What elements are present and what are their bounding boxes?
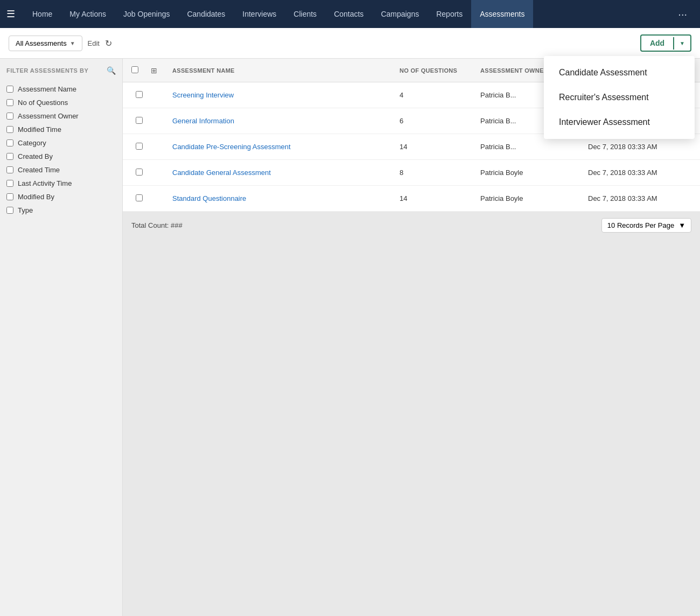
add-chevron-icon[interactable]: ▼	[673, 37, 690, 50]
filter-checkbox-f3[interactable]	[6, 113, 13, 120]
filter-label-f10: Type	[18, 206, 33, 214]
filter-item-f10[interactable]: Type	[6, 204, 116, 217]
row-checkbox-4[interactable]	[131, 194, 151, 203]
filter-checkbox-f5[interactable]	[6, 139, 13, 146]
row-owner-3: Patricia Boyle	[476, 169, 584, 177]
row-checkbox-2[interactable]	[131, 143, 151, 151]
more-icon[interactable]: ···	[671, 8, 694, 20]
row-assessment-name-3[interactable]: Candidate General Assessment	[168, 169, 395, 177]
row-questions-4: 14	[395, 194, 476, 202]
row-assessment-name-0[interactable]: Screening Interview	[168, 91, 395, 99]
filter-item-f1[interactable]: Assessment Name	[6, 82, 116, 96]
filter-label-f2: No of Questions	[18, 99, 68, 107]
assessment-link-3[interactable]: Candidate General Assessment	[172, 169, 271, 177]
nav-item-campaigns[interactable]: Campaigns	[372, 0, 428, 28]
refresh-button[interactable]: ↻	[105, 38, 112, 48]
dropdown-item-2[interactable]: Interviewer Assessment	[544, 110, 695, 135]
view-chevron-icon: ▼	[70, 40, 75, 46]
content-area: ⊞ ASSESSMENT NAME NO OF QUESTIONS ASSESS…	[123, 59, 700, 616]
row-questions-3: 8	[395, 169, 476, 177]
assessment-link-2[interactable]: Candidate Pre-Screening Assessment	[172, 143, 291, 151]
filter-item-f2[interactable]: No of Questions	[6, 96, 116, 109]
toolbar: All Assessments ▼ Edit ↻ Add ▼	[0, 28, 700, 59]
main-layout: FILTER ASSESSMENTS BY 🔍 Assessment NameN…	[0, 59, 700, 616]
filter-search-icon[interactable]: 🔍	[107, 66, 116, 75]
nav-item-job-openings[interactable]: Job Openings	[115, 0, 178, 28]
view-select-button[interactable]: All Assessments ▼	[9, 36, 82, 51]
filter-label-f1: Assessment Name	[18, 85, 76, 93]
row-select-3[interactable]	[136, 169, 143, 176]
table-footer: Total Count: ### 10 Records Per Page ▼	[123, 212, 700, 239]
dropdown-items: Candidate AssessmentRecruiter's Assessme…	[544, 60, 695, 135]
row-checkbox-3[interactable]	[131, 169, 151, 177]
assessment-link-0[interactable]: Screening Interview	[172, 91, 234, 99]
filter-label-f8: Last Activity Time	[18, 179, 72, 187]
filter-label-f6: Created By	[18, 152, 53, 160]
menu-icon[interactable]: ☰	[6, 8, 15, 20]
row-select-2[interactable]	[136, 143, 143, 150]
filter-checkbox-f8[interactable]	[6, 180, 13, 187]
filter-checkbox-f6[interactable]	[6, 153, 13, 160]
row-select-0[interactable]	[136, 91, 143, 98]
add-button[interactable]: Add ▼	[640, 34, 691, 52]
nav-item-assessments[interactable]: Assessments	[471, 0, 533, 28]
dropdown-item-0[interactable]: Candidate Assessment	[544, 60, 695, 85]
filter-item-f4[interactable]: Modified Time	[6, 123, 116, 136]
total-count: Total Count: ###	[131, 221, 183, 229]
th-assessment-name: ASSESSMENT NAME	[168, 67, 395, 74]
row-questions-0: 4	[395, 91, 476, 99]
row-owner-4: Patricia Boyle	[476, 194, 584, 202]
row-time-3: Dec 7, 2018 03:33 AM	[584, 169, 691, 177]
filter-checkbox-f9[interactable]	[6, 193, 13, 200]
row-questions-1: 6	[395, 117, 476, 125]
edit-button[interactable]: Edit	[88, 39, 100, 47]
nav-item-candidates[interactable]: Candidates	[178, 0, 234, 28]
nav-item-interviews[interactable]: Interviews	[234, 0, 285, 28]
table-row: Candidate General Assessment 8 Patricia …	[123, 160, 700, 186]
records-per-page-selector[interactable]: 10 Records Per Page ▼	[601, 218, 691, 233]
row-checkbox-0[interactable]	[131, 91, 151, 100]
table-row: Standard Questionnaire 14 Patricia Boyle…	[123, 186, 700, 212]
filter-item-f8[interactable]: Last Activity Time	[6, 177, 116, 190]
view-label: All Assessments	[16, 39, 67, 47]
row-time-2: Dec 7, 2018 03:33 AM	[584, 143, 691, 151]
filter-label-f5: Category	[18, 139, 46, 147]
row-select-4[interactable]	[136, 194, 143, 201]
filter-checkbox-f10[interactable]	[6, 207, 13, 214]
filter-item-f9[interactable]: Modified By	[6, 190, 116, 204]
assessment-link-1[interactable]: General Information	[172, 117, 234, 125]
row-time-4: Dec 7, 2018 03:33 AM	[584, 194, 691, 202]
row-select-1[interactable]	[136, 117, 143, 124]
filter-label-f3: Assessment Owner	[18, 112, 79, 120]
filter-item-f6[interactable]: Created By	[6, 150, 116, 163]
filter-label-f4: Modified Time	[18, 125, 61, 134]
filter-item-f5[interactable]: Category	[6, 136, 116, 150]
filter-header: FILTER ASSESSMENTS BY 🔍	[6, 66, 116, 75]
nav-item-reports[interactable]: Reports	[428, 0, 471, 28]
select-all-checkbox[interactable]	[131, 66, 138, 73]
col-toggle-icon[interactable]: ⊞	[151, 66, 157, 75]
nav-item-contacts[interactable]: Contacts	[325, 0, 372, 28]
filter-checkbox-f4[interactable]	[6, 126, 13, 133]
row-assessment-name-1[interactable]: General Information	[168, 117, 395, 125]
filter-item-f3[interactable]: Assessment Owner	[6, 109, 116, 123]
filter-checkbox-f1[interactable]	[6, 86, 13, 93]
assessment-link-4[interactable]: Standard Questionnaire	[172, 194, 246, 202]
records-per-page-label: 10 Records Per Page	[607, 221, 674, 229]
dropdown-item-1[interactable]: Recruiter's Assessment	[544, 85, 695, 110]
records-chevron-icon: ▼	[678, 221, 685, 229]
row-assessment-name-2[interactable]: Candidate Pre-Screening Assessment	[168, 143, 395, 151]
nav-item-home[interactable]: Home	[24, 0, 61, 28]
nav-item-my-actions[interactable]: My Actions	[61, 0, 115, 28]
filter-item-f7[interactable]: Created Time	[6, 163, 116, 177]
filter-checkbox-f2[interactable]	[6, 99, 13, 106]
row-assessment-name-4[interactable]: Standard Questionnaire	[168, 194, 395, 202]
th-questions: NO OF QUESTIONS	[395, 67, 476, 74]
nav-items: HomeMy ActionsJob OpeningsCandidatesInte…	[24, 0, 671, 28]
nav-item-clients[interactable]: Clients	[285, 0, 325, 28]
add-label: Add	[641, 36, 673, 51]
sidebar: FILTER ASSESSMENTS BY 🔍 Assessment NameN…	[0, 59, 123, 616]
row-checkbox-1[interactable]	[131, 117, 151, 125]
filter-checkbox-f7[interactable]	[6, 166, 13, 173]
row-questions-2: 14	[395, 143, 476, 151]
